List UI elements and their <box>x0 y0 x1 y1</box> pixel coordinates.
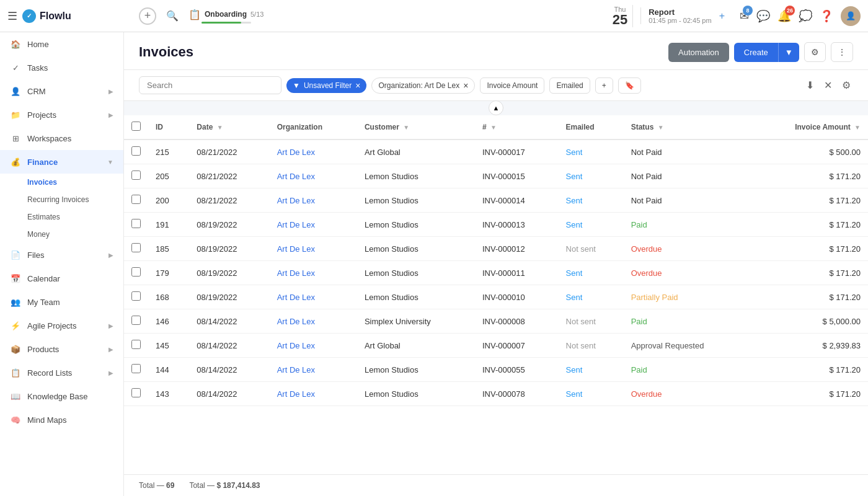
sidebar-item-products[interactable]: 📦 Products ▶ <box>0 337 123 361</box>
cell-emailed[interactable]: Sent <box>559 213 624 237</box>
row-checkbox-cell[interactable] <box>124 285 148 309</box>
cell-org[interactable]: Art De Lex <box>270 188 357 213</box>
sidebar-item-home[interactable]: 🏠 Home <box>0 32 123 56</box>
add-button[interactable]: + <box>139 7 156 25</box>
cell-emailed[interactable]: Sent <box>559 382 624 406</box>
cell-emailed[interactable]: Sent <box>559 188 624 213</box>
row-checkbox-7[interactable] <box>131 316 141 325</box>
collapse-button[interactable]: ✕ <box>822 77 835 94</box>
col-id[interactable]: ID <box>148 115 189 140</box>
message-icon[interactable]: 💭 <box>799 9 812 23</box>
col-emailed[interactable]: Emailed <box>559 115 624 140</box>
add-filter-button[interactable]: + <box>595 78 613 94</box>
unsaved-filter-close[interactable]: × <box>355 81 360 90</box>
more-options-button[interactable]: ⋮ <box>831 42 853 62</box>
cell-emailed[interactable]: Sent <box>559 261 624 285</box>
col-amount[interactable]: Invoice Amount ▼ <box>751 115 869 140</box>
cell-org[interactable]: Art De Lex <box>270 261 357 285</box>
row-checkbox-1[interactable] <box>131 170 141 180</box>
col-status[interactable]: Status ▼ <box>624 115 751 140</box>
sidebar-item-mindmaps[interactable]: 🧠 Mind Maps <box>0 408 123 432</box>
onboarding-block[interactable]: 📋 Onboarding 5/13 <box>188 9 264 24</box>
notification-icon[interactable]: 🔔 26 <box>777 9 791 23</box>
hamburger-icon[interactable]: ☰ <box>7 9 17 23</box>
col-date[interactable]: Date ▼ <box>189 115 269 140</box>
sidebar-item-knowledgebase[interactable]: 📖 Knowledge Base <box>0 384 123 408</box>
org-filter-close[interactable]: × <box>463 81 468 90</box>
sidebar-item-tasks[interactable]: ✓ Tasks <box>0 56 123 79</box>
create-button[interactable]: Create <box>734 43 778 62</box>
row-checkbox-cell[interactable] <box>124 237 148 261</box>
sidebar-item-myteam[interactable]: 👥 My Team <box>0 290 123 314</box>
row-checkbox-8[interactable] <box>131 340 141 349</box>
col-org[interactable]: Organization <box>270 115 357 140</box>
emailed-filter-button[interactable]: Emailed <box>549 78 590 94</box>
row-checkbox-5[interactable] <box>131 267 141 277</box>
user-avatar[interactable]: 👤 <box>841 6 861 26</box>
chat-icon[interactable]: 💬 <box>756 9 770 23</box>
amount-filter-button[interactable]: Invoice Amount <box>480 78 544 94</box>
row-checkbox-0[interactable] <box>131 146 141 156</box>
sidebar-item-files[interactable]: 📄 Files ▶ <box>0 243 123 267</box>
select-all-header[interactable] <box>124 115 148 140</box>
cell-org[interactable]: Art De Lex <box>270 285 357 309</box>
row-checkbox-cell[interactable] <box>124 261 148 285</box>
cell-org[interactable]: Art De Lex <box>270 334 357 358</box>
sidebar-item-finance[interactable]: 💰 Finance ▼ <box>0 150 123 174</box>
sidebar-item-agile[interactable]: ⚡ Agile Projects ▶ <box>0 314 123 337</box>
scroll-up-button[interactable]: ▲ <box>489 100 503 115</box>
col-customer[interactable]: Customer ▼ <box>357 115 475 140</box>
cell-emailed[interactable]: Sent <box>559 164 624 188</box>
select-all-checkbox[interactable] <box>131 122 141 131</box>
mail-icon[interactable]: ✉ 8 <box>740 9 749 23</box>
files-chevron: ▶ <box>108 252 113 259</box>
global-search-icon[interactable]: 🔍 <box>166 10 179 22</box>
create-dropdown-button[interactable]: ▼ <box>778 43 799 62</box>
sidebar-item-projects[interactable]: 📁 Projects ▶ <box>0 103 123 126</box>
cell-org[interactable]: Art De Lex <box>270 213 357 237</box>
submenu-recurring[interactable]: Recurring Invoices <box>27 191 123 208</box>
cell-org[interactable]: Art De Lex <box>270 164 357 188</box>
cell-emailed[interactable]: Sent <box>559 140 624 164</box>
search-input[interactable] <box>139 76 281 94</box>
row-checkbox-cell[interactable] <box>124 140 148 164</box>
bookmark-filter-button[interactable]: 🔖 <box>618 78 641 94</box>
table-settings-button[interactable]: ⚙ <box>839 77 853 94</box>
row-checkbox-cell[interactable] <box>124 164 148 188</box>
row-checkbox-10[interactable] <box>131 388 141 397</box>
sidebar-item-workspaces[interactable]: ⊞ Workspaces <box>0 126 123 150</box>
row-checkbox-3[interactable] <box>131 219 141 228</box>
row-checkbox-cell[interactable] <box>124 358 148 382</box>
row-checkbox-2[interactable] <box>131 195 141 204</box>
sidebar-item-recordlists[interactable]: 📋 Record Lists ▶ <box>0 361 123 384</box>
row-checkbox-cell[interactable] <box>124 382 148 406</box>
cell-org[interactable]: Art De Lex <box>270 140 357 164</box>
cell-org[interactable]: Art De Lex <box>270 358 357 382</box>
report-add-button[interactable]: + <box>719 11 725 22</box>
settings-button[interactable]: ⚙ <box>804 42 826 62</box>
org-filter-chip[interactable]: Organization: Art De Lex × <box>371 78 475 94</box>
download-button[interactable]: ⬇ <box>804 77 817 94</box>
col-num[interactable]: # ▼ <box>475 115 559 140</box>
sidebar-item-calendar[interactable]: 📅 Calendar <box>0 267 123 290</box>
unsaved-filter-chip[interactable]: ▼ Unsaved Filter × <box>286 78 366 93</box>
row-checkbox-4[interactable] <box>131 243 141 252</box>
submenu-money[interactable]: Money <box>27 226 123 243</box>
row-checkbox-9[interactable] <box>131 364 141 373</box>
cell-org[interactable]: Art De Lex <box>270 382 357 406</box>
cell-emailed[interactable]: Sent <box>559 358 624 382</box>
cell-emailed[interactable]: Sent <box>559 285 624 309</box>
help-icon[interactable]: ❓ <box>820 9 833 23</box>
submenu-estimates[interactable]: Estimates <box>27 208 123 226</box>
row-checkbox-cell[interactable] <box>124 334 148 358</box>
cell-date: 08/14/2022 <box>189 382 269 406</box>
row-checkbox-cell[interactable] <box>124 188 148 213</box>
row-checkbox-6[interactable] <box>131 291 141 301</box>
row-checkbox-cell[interactable] <box>124 309 148 334</box>
submenu-invoices[interactable]: Invoices <box>27 174 123 191</box>
cell-org[interactable]: Art De Lex <box>270 237 357 261</box>
automation-button[interactable]: Automation <box>668 43 729 62</box>
row-checkbox-cell[interactable] <box>124 213 148 237</box>
cell-org[interactable]: Art De Lex <box>270 309 357 334</box>
sidebar-item-crm[interactable]: 👤 CRM ▶ <box>0 79 123 103</box>
